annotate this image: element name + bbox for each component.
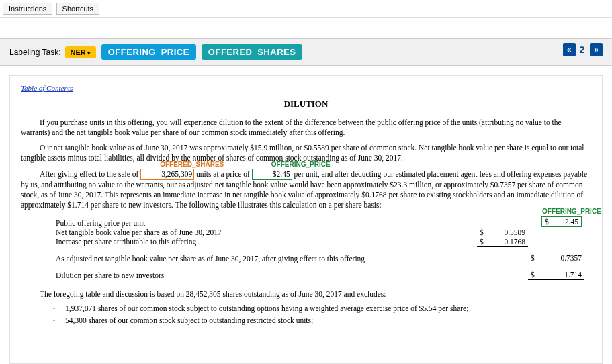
currency-symbol: $ (545, 218, 549, 226)
cell-value: 1.714 (539, 270, 584, 281)
row-label: Increase per share attributable to this … (53, 237, 477, 247)
caret-down-icon: ▾ (87, 50, 91, 56)
labeling-task-label: Labeling Task: (9, 48, 61, 57)
p3-mid: units at a price of (194, 170, 252, 178)
row-label: Dilution per share to new investors (53, 270, 477, 281)
paragraph-1: If you purchase units in this offering, … (21, 118, 591, 138)
row-label: As adjusted net tangible book value per … (53, 253, 477, 263)
offered-shares-entity-button[interactable]: OFFERED_SHARES (202, 44, 303, 60)
row-label: Net tangible book value per share as of … (53, 228, 477, 237)
offered-shares-annotation[interactable]: OFFERED_SHARES3,265,309 (140, 169, 194, 180)
currency-symbol: $ (477, 237, 488, 247)
offering-price-table-value: 2.45 (565, 218, 578, 226)
dilution-table: Public offering price per unit OFFERING_… (53, 216, 584, 281)
doc-title: DILUTION (21, 99, 591, 109)
offered-shares-label: OFFERED_SHARES (141, 160, 224, 169)
cell-value: 0.7357 (539, 253, 584, 263)
cell-value: 0.5589 (488, 228, 528, 237)
paragraph-4: The foregoing table and discussion is ba… (21, 289, 591, 300)
row-label: Public offering price per unit (53, 216, 477, 228)
ner-dropdown[interactable]: NER▾ (65, 46, 96, 58)
pager: « 2 » (562, 43, 603, 56)
table-row: Increase per share attributable to this … (53, 237, 584, 247)
currency-symbol: $ (528, 270, 539, 281)
paragraph-3: After giving effect to the sale of OFFER… (21, 169, 591, 210)
offering-price-entity-button[interactable]: OFFERING_PRICE (101, 44, 196, 60)
shortcuts-button[interactable]: Shortcuts (56, 3, 99, 15)
document-pane[interactable]: Table of Contents DILUTION If you purcha… (9, 75, 603, 364)
offering-price-value: $2.45 (273, 170, 290, 178)
pager-next-button[interactable]: » (590, 43, 603, 56)
offering-price-annotation[interactable]: OFFERING_PRICE$2.45 (252, 169, 292, 180)
p3-lead: After giving effect to the sale of (40, 170, 140, 178)
offering-price-label: OFFERING_PRICE (253, 160, 331, 169)
cell-value: 0.1768 (488, 237, 528, 247)
list-item: 1,937,871 shares of our common stock sub… (53, 304, 591, 312)
currency-symbol: $ (477, 228, 488, 237)
table-row: Net tangible book value per share as of … (53, 228, 584, 237)
ner-badge-text: NER (71, 48, 86, 56)
currency-symbol: $ (528, 253, 539, 263)
instructions-button[interactable]: Instructions (3, 3, 52, 15)
table-row: As adjusted net tangible book value per … (53, 253, 584, 263)
table-row: Public offering price per unit OFFERING_… (53, 216, 584, 228)
table-of-contents-link[interactable]: Table of Contents (21, 84, 73, 92)
pager-prev-button[interactable]: « (563, 43, 576, 56)
table-row: Dilution per share to new investors $ 1.… (53, 270, 584, 281)
offering-price-table-annotation[interactable]: OFFERING_PRICE $ 2.45 (541, 216, 582, 227)
list-item: 54,300 shares of our common stock subjec… (53, 316, 591, 324)
pager-current: 2 (576, 44, 589, 55)
offering-price-table-label: OFFERING_PRICE (542, 208, 601, 215)
offered-shares-value: 3,265,309 (161, 170, 192, 178)
